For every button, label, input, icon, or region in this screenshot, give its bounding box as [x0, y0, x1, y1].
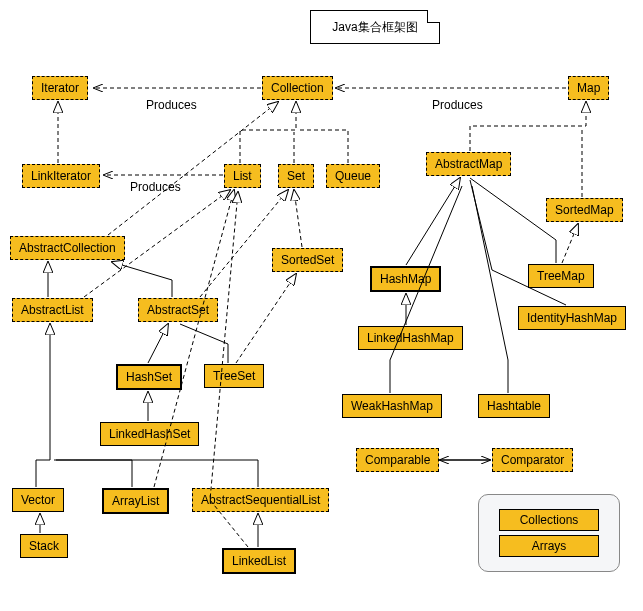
node-abstractlist: AbstractList: [12, 298, 93, 322]
node-identityhashmap: IdentityHashMap: [518, 306, 626, 330]
node-collection: Collection: [262, 76, 333, 100]
node-label: AbstractMap: [435, 157, 502, 171]
node-hashset: HashSet: [116, 364, 182, 390]
node-sortedmap: SortedMap: [546, 198, 623, 222]
node-label: LinkedList: [232, 554, 286, 568]
svg-line-13: [236, 274, 296, 363]
node-label: List: [233, 169, 252, 183]
node-label: Queue: [335, 169, 371, 183]
node-list: List: [224, 164, 261, 188]
legend-collections: Collections: [499, 509, 599, 531]
node-label: Stack: [29, 539, 59, 553]
node-label: SortedMap: [555, 203, 614, 217]
node-arraylist: ArrayList: [102, 488, 169, 514]
node-label: Comparator: [501, 453, 564, 467]
node-label: TreeSet: [213, 369, 255, 383]
node-label: IdentityHashMap: [527, 311, 617, 325]
svg-line-9: [200, 190, 288, 297]
node-label: SortedSet: [281, 253, 334, 267]
diagram-title: Java集合框架图: [311, 19, 439, 36]
node-label: AbstractSequentialList: [201, 493, 320, 507]
node-treemap: TreeMap: [528, 264, 594, 288]
node-label: Comparable: [365, 453, 430, 467]
svg-line-6: [294, 190, 302, 247]
node-comparator: Comparator: [492, 448, 573, 472]
node-linkedhashmap: LinkedHashMap: [358, 326, 463, 350]
node-vector: Vector: [12, 488, 64, 512]
node-label: LinkedHashSet: [109, 427, 190, 441]
node-iterator: Iterator: [32, 76, 88, 100]
node-label: LinkedHashMap: [367, 331, 454, 345]
node-treeset: TreeSet: [204, 364, 264, 388]
node-label: TreeMap: [537, 269, 585, 283]
node-comparable: Comparable: [356, 448, 439, 472]
node-linkiterator: LinkIterator: [22, 164, 100, 188]
node-label: HashMap: [380, 272, 431, 286]
edge-label-produces-1: Produces: [146, 98, 197, 112]
node-map: Map: [568, 76, 609, 100]
node-label: Vector: [21, 493, 55, 507]
svg-line-12: [148, 324, 168, 363]
node-sortedset: SortedSet: [272, 248, 343, 272]
node-abstractset: AbstractSet: [138, 298, 218, 322]
node-label: LinkIterator: [31, 169, 91, 183]
node-abstractsequentiallist: AbstractSequentialList: [192, 488, 329, 512]
node-set: Set: [278, 164, 314, 188]
node-linkedhashset: LinkedHashSet: [100, 422, 199, 446]
node-weakhashmap: WeakHashMap: [342, 394, 442, 418]
node-label: Map: [577, 81, 600, 95]
node-label: AbstractList: [21, 303, 84, 317]
edge-label-produces-2: Produces: [432, 98, 483, 112]
legend-arrays: Arrays: [499, 535, 599, 557]
node-label: AbstractCollection: [19, 241, 116, 255]
node-label: AbstractSet: [147, 303, 209, 317]
node-abstractmap: AbstractMap: [426, 152, 511, 176]
diagram-canvas: Java集合框架图 Iterator Collection Map LinkIt…: [0, 0, 643, 611]
node-hashtable: Hashtable: [478, 394, 550, 418]
node-stack: Stack: [20, 534, 68, 558]
svg-line-10: [406, 178, 460, 265]
node-abstractcollection: AbstractCollection: [10, 236, 125, 260]
node-label: Collection: [271, 81, 324, 95]
node-label: Hashtable: [487, 399, 541, 413]
node-label: WeakHashMap: [351, 399, 433, 413]
node-label: ArrayList: [112, 494, 159, 508]
node-hashmap: HashMap: [370, 266, 441, 292]
node-queue: Queue: [326, 164, 380, 188]
svg-line-11: [562, 224, 578, 263]
title-note: Java集合框架图: [310, 10, 440, 44]
legend-panel: Collections Arrays: [478, 494, 620, 572]
node-label: Set: [287, 169, 305, 183]
edge-label-produces-3: Produces: [130, 180, 181, 194]
node-linkedlist: LinkedList: [222, 548, 296, 574]
node-label: Iterator: [41, 81, 79, 95]
node-label: HashSet: [126, 370, 172, 384]
